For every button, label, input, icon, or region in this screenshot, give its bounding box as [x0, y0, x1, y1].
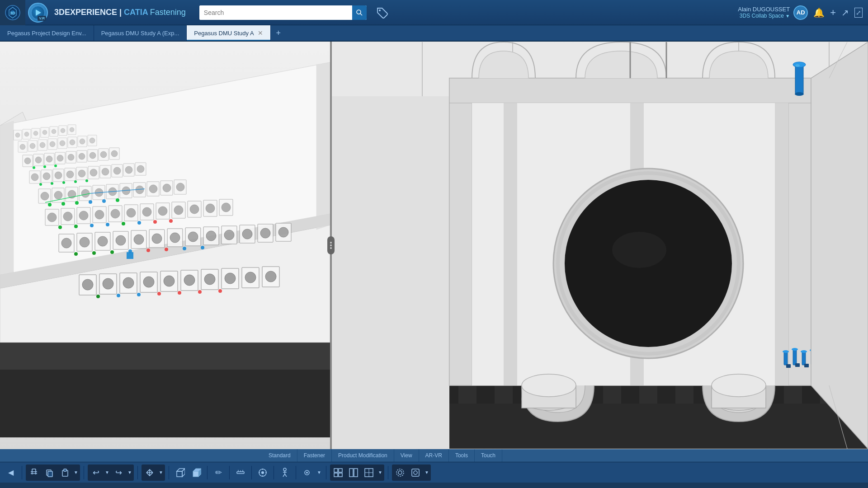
move-transform-button[interactable] — [142, 465, 157, 480]
toolbar-tab-view[interactable]: View — [394, 449, 419, 462]
svg-point-61 — [100, 151, 107, 158]
user-avatar[interactable]: AD — [793, 5, 808, 20]
play-button[interactable]: V.R — [25, 0, 51, 25]
search-bar[interactable] — [199, 5, 367, 20]
svg-point-131 — [47, 213, 57, 222]
svg-point-178 — [92, 251, 96, 255]
svg-point-62 — [111, 150, 118, 157]
grid-expand-button[interactable] — [362, 465, 376, 480]
paste-icon-button[interactable] — [57, 465, 72, 480]
svg-point-85 — [137, 165, 144, 173]
toolbar-tab-standard[interactable]: Standard — [262, 449, 297, 462]
separator-3 — [137, 466, 138, 479]
toolbar-tab-touch[interactable]: Touch — [475, 449, 502, 462]
search-input[interactable] — [199, 5, 352, 20]
svg-point-150 — [169, 219, 173, 223]
fullscreen-icon[interactable]: ⤢ — [854, 8, 863, 18]
svg-point-146 — [106, 223, 109, 226]
copy-icon-button[interactable] — [42, 465, 57, 480]
toolbar-tab-tools[interactable]: Tools — [449, 449, 475, 462]
grid-1x2-button[interactable] — [346, 465, 361, 480]
grid-2x2-button[interactable] — [331, 465, 345, 480]
svg-point-360 — [398, 471, 402, 474]
svg-point-167 — [116, 235, 126, 245]
svg-rect-229 — [495, 385, 513, 404]
grid-dropdown[interactable]: ▼ — [377, 465, 383, 480]
svg-point-90 — [85, 179, 88, 182]
tag-button[interactable] — [374, 5, 390, 21]
settings-dropdown[interactable]: ▼ — [424, 465, 430, 480]
svg-rect-299 — [793, 349, 797, 365]
toolbar-tab-ar-vr[interactable]: AR-VR — [419, 449, 449, 462]
svg-rect-327 — [64, 469, 66, 471]
tab-pegasus-design[interactable]: Pegasus Project Design Env... — [0, 25, 94, 41]
toolbar-arrow-left[interactable]: ◀ — [4, 465, 18, 480]
viewport-right[interactable]: N — [332, 42, 868, 449]
svg-point-42 — [70, 140, 75, 145]
undo-dropdown[interactable]: ▼ — [104, 465, 110, 480]
undo-button[interactable]: ↩ — [89, 465, 103, 480]
share-icon[interactable]: ↗ — [841, 7, 849, 18]
view-cube-button[interactable] — [173, 465, 187, 480]
svg-point-39 — [40, 142, 45, 148]
redo-button[interactable]: ↪ — [111, 465, 126, 480]
point-dropdown[interactable]: ▼ — [316, 465, 322, 480]
svg-rect-306 — [795, 363, 800, 367]
measure-button[interactable] — [233, 465, 248, 480]
svg-point-215 — [330, 242, 332, 244]
svg-point-145 — [90, 224, 94, 227]
svg-rect-305 — [786, 364, 791, 368]
svg-rect-307 — [804, 364, 809, 367]
viewport-divider[interactable] — [330, 42, 332, 449]
svg-point-114 — [61, 202, 65, 206]
svg-point-89 — [74, 180, 77, 183]
walk-button[interactable] — [278, 465, 292, 480]
svg-point-206 — [117, 294, 120, 297]
separator-2 — [84, 466, 84, 479]
svg-rect-351 — [334, 469, 338, 472]
svg-point-169 — [152, 234, 162, 244]
tab-add-button[interactable]: + — [271, 25, 287, 41]
pencil-button[interactable]: ✏ — [211, 465, 226, 480]
svg-point-168 — [134, 235, 144, 244]
svg-rect-250 — [332, 42, 449, 449]
add-icon[interactable]: + — [830, 7, 836, 19]
notification-icon[interactable]: 🔔 — [813, 7, 825, 18]
svg-point-147 — [122, 222, 125, 225]
settings1-button[interactable] — [393, 465, 407, 480]
svg-point-182 — [165, 248, 168, 251]
toolbar-tabs: Standard Fastener Product Modification V… — [0, 449, 868, 462]
settings2-button[interactable] — [408, 465, 423, 480]
settings-group: ▼ — [392, 465, 431, 481]
svg-point-141 — [206, 204, 215, 213]
search-button[interactable] — [352, 5, 367, 20]
app-logo[interactable]: 3D — [0, 0, 25, 25]
svg-point-40 — [50, 141, 55, 147]
svg-point-143 — [58, 225, 62, 229]
svg-point-115 — [75, 201, 79, 205]
tab-pegasus-dmu-active[interactable]: Pegasus DMU Study A ✕ — [187, 25, 270, 41]
redo-dropdown[interactable]: ▼ — [127, 465, 133, 480]
cube-solid-button[interactable] — [189, 465, 203, 480]
viewport-left[interactable] — [0, 42, 330, 449]
divider-handle[interactable] — [327, 236, 335, 254]
transform-dropdown[interactable]: ▼ — [158, 465, 164, 480]
tab-pegasus-dmu-exp[interactable]: Pegasus DMU Study A (Exp... — [94, 25, 187, 41]
svg-point-23 — [24, 132, 29, 136]
toolbar-tab-product-mod[interactable]: Product Modification — [332, 449, 394, 462]
cut-icon-button[interactable] — [27, 465, 41, 480]
svg-point-65 — [54, 164, 57, 167]
svg-point-217 — [330, 247, 332, 249]
svg-point-116 — [89, 200, 92, 204]
svg-point-197 — [123, 277, 134, 288]
snap-button[interactable] — [255, 465, 270, 480]
svg-rect-334 — [237, 472, 244, 474]
svg-point-103 — [54, 191, 62, 199]
tag-icon — [376, 6, 388, 19]
username-label: Alain DUGOUSSET — [738, 6, 790, 13]
clipboard-dropdown[interactable]: ▼ — [73, 465, 79, 480]
point-button[interactable] — [300, 465, 314, 480]
toolbar-tab-fastener[interactable]: Fastener — [297, 449, 332, 462]
collab-space-label[interactable]: 3DS Collab Space ▼ — [738, 13, 790, 19]
tab-close-button[interactable]: ✕ — [258, 29, 263, 37]
